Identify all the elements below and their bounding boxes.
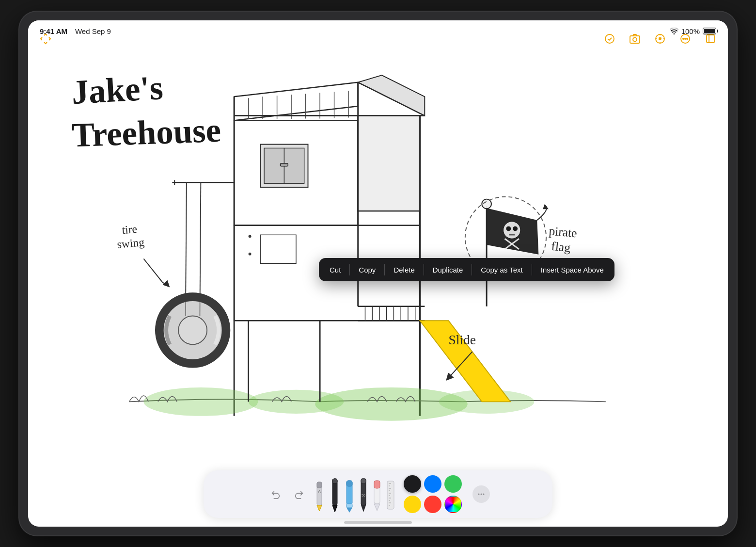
svg-point-47 <box>143 387 258 416</box>
svg-text:flag: flag <box>551 239 571 255</box>
context-menu-insert-space[interactable]: Insert Space Above <box>532 258 613 281</box>
svg-text:Jake's: Jake's <box>71 68 164 111</box>
svg-marker-32 <box>358 75 425 116</box>
context-menu-duplicate[interactable]: Duplicate <box>424 258 472 281</box>
svg-marker-12 <box>234 82 358 121</box>
svg-point-108 <box>483 494 485 495</box>
context-menu-copy[interactable]: Copy <box>350 258 384 281</box>
svg-point-106 <box>478 494 480 495</box>
svg-marker-59 <box>163 280 170 288</box>
svg-point-67 <box>506 226 511 231</box>
svg-text:Slide: Slide <box>448 332 476 347</box>
svg-rect-82 <box>332 479 337 483</box>
color-picker[interactable] <box>444 496 462 513</box>
svg-text:A: A <box>318 489 321 494</box>
eraser-tool[interactable] <box>372 475 382 514</box>
svg-rect-86 <box>346 504 352 508</box>
context-menu-copy-as-text[interactable]: Copy as Text <box>472 258 531 281</box>
svg-text:tire: tire <box>121 223 138 237</box>
svg-rect-30 <box>358 116 420 211</box>
svg-point-107 <box>481 494 482 495</box>
status-date: Wed Sep 9 <box>75 27 111 35</box>
color-red[interactable] <box>424 496 441 513</box>
svg-marker-87 <box>346 508 352 513</box>
svg-marker-83 <box>332 505 337 512</box>
svg-rect-85 <box>346 481 352 486</box>
redo-button[interactable] <box>289 484 309 504</box>
battery-percentage: 100% <box>681 27 700 35</box>
context-menu-cut[interactable]: Cut <box>321 258 349 281</box>
svg-point-56 <box>178 316 207 344</box>
svg-marker-72 <box>543 204 549 209</box>
svg-text:50: 50 <box>362 494 365 497</box>
svg-point-64 <box>482 199 491 209</box>
color-blue[interactable] <box>424 475 441 493</box>
svg-rect-27 <box>280 163 288 166</box>
svg-rect-93 <box>374 481 380 488</box>
svg-text:Treehouse: Treehouse <box>71 111 221 154</box>
color-black[interactable] <box>404 475 421 493</box>
svg-text:pirate: pirate <box>548 224 577 240</box>
home-indicator <box>344 521 412 524</box>
context-menu: Cut Copy Delete Duplicate Copy as Text I… <box>319 258 614 281</box>
tools-group: A <box>313 475 396 514</box>
color-yellow[interactable] <box>404 496 421 513</box>
svg-text:swing: swing <box>116 236 145 251</box>
undo-button[interactable] <box>266 484 285 504</box>
canvas-area[interactable]: Jake's Treehouse <box>28 20 728 468</box>
svg-point-36 <box>249 253 252 256</box>
svg-rect-34 <box>260 235 296 263</box>
svg-point-66 <box>504 222 520 239</box>
svg-rect-95 <box>387 481 394 509</box>
pencil-tool[interactable]: A <box>313 475 326 514</box>
svg-rect-89 <box>361 479 366 483</box>
highlighter-tool[interactable] <box>344 475 355 514</box>
wifi-icon <box>670 28 678 34</box>
battery-icon <box>703 28 716 34</box>
status-right: 100% <box>670 27 716 35</box>
ipad-frame: 9:41 AM Wed Sep 9 100% <box>19 12 737 535</box>
svg-rect-78 <box>317 482 322 488</box>
fountain-pen-tool[interactable]: 50 <box>358 475 369 514</box>
color-green[interactable] <box>444 475 462 493</box>
status-bar: 9:41 AM Wed Sep 9 100% <box>28 20 728 42</box>
svg-marker-79 <box>317 505 322 511</box>
ruler-tool[interactable] <box>385 475 396 514</box>
svg-marker-94 <box>374 504 380 511</box>
svg-point-68 <box>513 226 518 231</box>
svg-marker-90 <box>361 505 366 512</box>
context-menu-delete[interactable]: Delete <box>385 258 423 281</box>
ipad-screen: 9:41 AM Wed Sep 9 100% <box>28 20 728 527</box>
bottom-toolbar: A <box>204 470 552 518</box>
more-options-button[interactable] <box>472 485 490 503</box>
status-time: 9:41 AM <box>40 27 67 35</box>
pen-tool[interactable] <box>329 475 341 514</box>
svg-point-35 <box>249 235 252 238</box>
